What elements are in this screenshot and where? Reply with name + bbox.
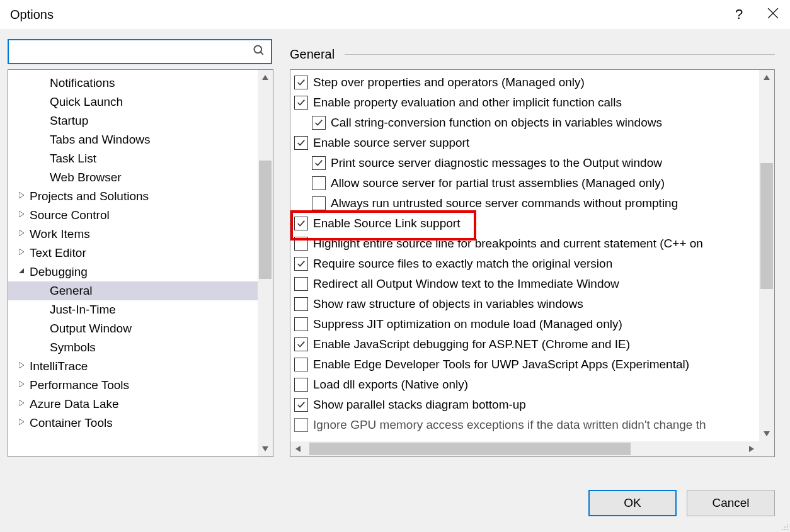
tree-item[interactable]: Quick Launch [8,93,273,111]
tree-item-label: Text Editor [30,244,86,262]
tree-item[interactable]: Debugging [8,263,273,281]
category-tree[interactable]: NotificationsQuick LaunchStartupTabs and… [8,70,273,436]
checkbox[interactable] [294,297,308,311]
tree-item[interactable]: Startup [8,111,273,130]
checkbox[interactable] [294,257,308,271]
svg-point-21 [787,526,788,528]
tree-item[interactable]: Task List [8,149,273,168]
svg-marker-16 [764,431,770,436]
scroll-down-icon[interactable] [258,441,273,456]
setting-label: Enable Source Link support [313,217,460,230]
help-icon: ? [735,6,743,23]
window-title: Options [10,8,54,22]
checkbox[interactable] [294,398,308,412]
scroll-right-icon[interactable] [744,441,759,456]
checkbox[interactable] [312,196,326,210]
tree-item-label: Just-In-Time [50,300,116,319]
checkbox[interactable] [294,96,308,110]
svg-point-20 [784,526,786,528]
chevron-right-icon[interactable] [17,380,26,390]
settings-list: Step over properties and operators (Mana… [290,70,774,438]
checkbox[interactable] [312,176,326,190]
checkbox[interactable] [294,76,308,89]
tree-item[interactable]: Output Window [8,319,273,338]
setting-label: Show parallel stacks diagram bottom-up [313,398,526,412]
scroll-thumb[interactable] [309,443,631,455]
setting-row: Suppress JIT optimization on module load… [294,314,770,334]
tree-scrollbar[interactable] [258,70,273,456]
tree-item[interactable]: Projects and Solutions [8,187,273,206]
tree-item[interactable]: Container Tools [8,414,273,433]
checkbox[interactable] [294,136,308,150]
tree-item[interactable]: Just-In-Time [8,300,273,319]
checkbox[interactable] [294,378,308,392]
svg-point-19 [787,524,788,525]
checkbox[interactable] [294,337,308,351]
setting-row: Enable Source Link support [294,213,770,234]
tree-item[interactable]: Source Control [8,206,273,225]
ok-button[interactable]: OK [588,490,677,516]
svg-marker-17 [295,446,301,452]
close-button[interactable] [756,0,790,29]
setting-row: Show parallel stacks diagram bottom-up [294,395,770,415]
search-wrap [6,29,278,65]
chevron-right-icon[interactable] [17,361,26,371]
setting-label: Show raw structure of objects in variabl… [313,297,583,311]
tree-item-label: General [50,281,93,300]
setting-label: Allow source server for partial trust as… [331,176,665,190]
svg-marker-18 [749,446,754,452]
checkbox[interactable] [294,358,308,371]
svg-marker-12 [19,419,24,425]
setting-row: Enable property evaluation and other imp… [294,93,770,113]
scroll-up-icon[interactable] [258,70,273,85]
scroll-left-icon[interactable] [290,441,306,456]
chevron-right-icon[interactable] [17,399,26,409]
tree-item[interactable]: Performance Tools [8,376,273,395]
svg-marker-5 [19,211,24,217]
chevron-down-icon[interactable] [17,266,26,277]
setting-row: Require source files to exactly match th… [294,254,770,274]
tree-item[interactable]: General [8,281,270,300]
tree-item-label: Symbols [50,338,96,356]
resize-grip-icon[interactable] [779,521,789,531]
svg-marker-8 [19,268,24,273]
tree-item[interactable]: Symbols [8,338,273,357]
search-box[interactable] [8,39,272,64]
checkbox[interactable] [312,156,326,170]
setting-label: Call string-conversion function on objec… [331,116,662,130]
search-input[interactable] [13,44,251,60]
list-horizontal-scrollbar[interactable] [290,441,759,456]
tree-item[interactable]: Tabs and Windows [8,130,273,149]
scroll-thumb[interactable] [760,163,773,289]
tree-item[interactable]: IntelliTrace [8,357,273,376]
checkbox[interactable] [294,217,308,230]
list-vertical-scrollbar[interactable] [759,70,774,441]
scroll-up-icon[interactable] [759,70,774,85]
tree-item[interactable]: Notifications [8,74,273,93]
chevron-right-icon[interactable] [17,229,26,239]
scroll-thumb[interactable] [259,161,272,279]
cancel-button[interactable]: Cancel [687,490,775,516]
chevron-right-icon[interactable] [17,247,26,258]
tree-item[interactable]: Work Items [8,225,273,244]
checkbox[interactable] [312,116,326,130]
chevron-right-icon[interactable] [17,417,26,428]
help-button[interactable]: ? [722,0,756,29]
setting-row: Redirect all Output Window text to the I… [294,274,770,294]
header-rule [345,54,775,55]
checkbox[interactable] [294,317,308,331]
checkbox[interactable] [294,277,308,291]
tree-item-label: Azure Data Lake [30,395,119,413]
tree-item[interactable]: Web Browser [8,168,273,187]
tree-item[interactable]: Azure Data Lake [8,395,273,414]
tree-item[interactable]: Text Editor [8,244,273,263]
close-icon [767,8,779,22]
tree-highlight [8,436,110,456]
tree-item-label: Debugging [30,263,88,281]
checkbox[interactable] [294,418,308,432]
checkbox[interactable] [294,237,308,251]
scroll-down-icon[interactable] [759,426,774,441]
chevron-right-icon[interactable] [17,191,26,201]
dialog-body: General NotificationsQuick LaunchStartup… [0,29,790,474]
chevron-right-icon[interactable] [17,210,26,220]
